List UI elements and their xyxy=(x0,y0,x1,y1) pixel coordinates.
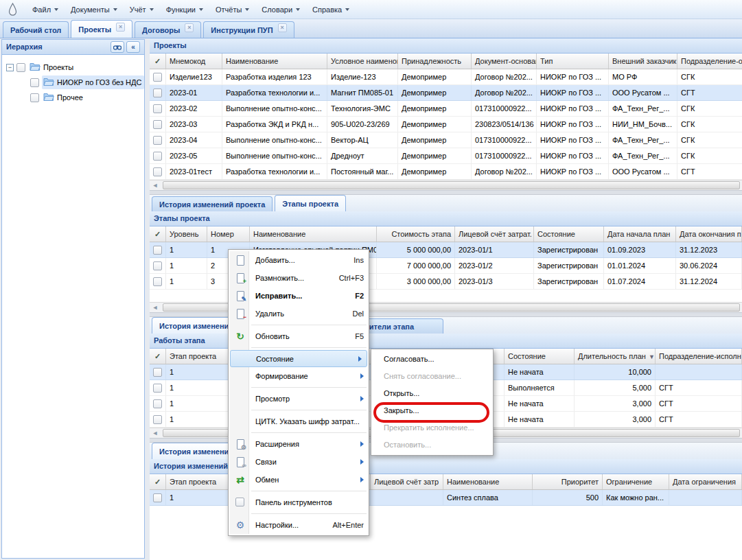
row-checkbox[interactable] xyxy=(153,167,162,176)
menu-item-ЦИТК. Указать шифр затрат...[interactable]: ЦИТК. Указать шифр затрат... xyxy=(229,412,369,430)
submenu-item-Открыть...[interactable]: Открыть... xyxy=(371,385,493,402)
row-checkbox[interactable] xyxy=(153,277,162,286)
tree-expander-icon[interactable]: − xyxy=(6,64,14,71)
table-row[interactable]: 2023-01тестРазработка технологии и...Пос… xyxy=(150,164,742,180)
vertical-splitter[interactable] xyxy=(145,39,150,560)
column-header-Этап проекта[interactable]: Этап проекта xyxy=(166,474,229,489)
tab-Этапы проекта[interactable]: Этапы проекта xyxy=(275,195,346,211)
column-header-Лицевой счёт затр[interactable]: Лицевой счёт затр xyxy=(371,474,443,489)
column-header-Этап проекта[interactable]: Этап проекта xyxy=(166,349,229,364)
tree-node-Проекты[interactable]: −Проекты xyxy=(3,60,143,75)
tab-close-icon[interactable]: × xyxy=(278,23,287,32)
row-checkbox[interactable] xyxy=(153,120,162,129)
tree-checkbox[interactable] xyxy=(30,93,39,102)
row-checkbox[interactable] xyxy=(153,368,162,377)
menu-item-Добавить...[interactable]: Добавить...Ins xyxy=(229,251,369,269)
menu-item-Расширения[interactable]: ⚙Расширения xyxy=(229,435,369,453)
submenu-item-Закрыть...[interactable]: Закрыть... xyxy=(371,402,493,419)
submenu-item-Согласовать...[interactable]: Согласовать... xyxy=(371,351,493,368)
column-header-✓[interactable]: ✓ xyxy=(150,226,166,242)
row-checkbox[interactable] xyxy=(153,136,162,145)
tree-node-Прочее[interactable]: Прочее xyxy=(3,90,143,105)
column-header-Приоритет[interactable]: Приоритет xyxy=(533,474,603,489)
column-header-Документ-основан[interactable]: Документ-основан xyxy=(472,54,537,69)
scroll-left-icon[interactable]: ◄ xyxy=(150,428,161,438)
table-row[interactable]: 2023-05Выполнение опытно-конс...Дредноут… xyxy=(150,148,742,164)
menu-item-Формирование[interactable]: Формирование xyxy=(229,367,369,385)
column-header-Состояние[interactable]: Состояние xyxy=(505,349,575,364)
row-checkbox[interactable] xyxy=(153,415,162,424)
row-checkbox[interactable] xyxy=(153,89,162,97)
tab-Договоры[interactable]: Договоры× xyxy=(135,21,201,38)
column-header-Подразделение-от[interactable]: Подразделение-от xyxy=(677,54,742,69)
column-header-Дата окончания п[interactable]: Дата окончания п xyxy=(676,226,742,242)
menu-item-Исправить...[interactable]: ✎Исправить...F2 xyxy=(229,287,369,305)
menu-item-Панель инструментов[interactable]: Панель инструментов xyxy=(229,493,369,511)
collapse-panel-icon[interactable]: « xyxy=(126,41,140,53)
column-header-Подразделение-исполн[interactable]: Подразделение-исполн xyxy=(656,349,742,364)
scroll-thumb[interactable] xyxy=(163,181,740,189)
menu-item-Удалить[interactable]: −УдалитьDel xyxy=(229,305,369,323)
row-checkbox[interactable] xyxy=(153,493,162,502)
column-header-Наименование[interactable]: Наименование xyxy=(222,54,327,69)
tab-Проекты[interactable]: Проекты× xyxy=(71,20,132,38)
column-header-✓[interactable]: ✓ xyxy=(150,54,166,69)
column-header-Ограничение[interactable]: Ограничение xyxy=(603,474,669,489)
menu-item-Обновить[interactable]: ↻ОбновитьF5 xyxy=(229,327,369,345)
table-row[interactable]: Изделие123Разработка изделия 123Изделие-… xyxy=(150,69,742,85)
scroll-left-icon[interactable]: ◄ xyxy=(150,180,161,190)
menubar-item-Отчёты[interactable]: Отчёты xyxy=(209,3,255,16)
menubar-item-Файл[interactable]: Файл xyxy=(26,3,65,16)
menu-item-Обмен[interactable]: ⇄Обмен xyxy=(229,471,369,489)
row-checkbox[interactable] xyxy=(153,152,162,161)
row-checkbox[interactable] xyxy=(153,73,162,82)
menu-item-Размножить...[interactable]: +Размножить...Ctrl+F3 xyxy=(229,269,369,287)
projects-hscrollbar[interactable]: ◄ xyxy=(150,180,742,190)
column-header-Уровень[interactable]: Уровень xyxy=(166,226,207,242)
menubar-item-Учёт[interactable]: Учёт xyxy=(124,3,160,16)
table-row[interactable]: 2023-02Выполнение опытно-конс...Технолог… xyxy=(150,101,742,117)
horizontal-splitter[interactable] xyxy=(150,190,742,195)
column-header-Номер[interactable]: Номер xyxy=(207,226,250,242)
column-header-Состояние[interactable]: Состояние xyxy=(534,226,604,242)
menu-item-Настройки...[interactable]: ⚙Настройки...Alt+Enter xyxy=(229,516,369,534)
tree-checkbox[interactable] xyxy=(16,63,25,72)
column-header-Тип[interactable]: Тип xyxy=(537,54,609,69)
column-header-✓[interactable]: ✓ xyxy=(150,474,166,489)
column-header-Внешний заказчик[interactable]: Внешний заказчик xyxy=(609,54,677,69)
menu-item-Просмотр[interactable]: Просмотр xyxy=(229,390,369,408)
menubar-item-Справка[interactable]: Справка xyxy=(306,3,356,16)
tree-node-НИОКР по ГОЗ без НДС[interactable]: НИОКР по ГОЗ без НДС xyxy=(3,75,143,90)
menubar-item-Документы[interactable]: Документы xyxy=(65,3,124,16)
tab-Рабочий стол[interactable]: Рабочий стол xyxy=(3,21,69,38)
column-header-Длительность план[interactable]: Длительность план▼ xyxy=(575,349,656,364)
tab-close-icon[interactable]: × xyxy=(116,23,125,32)
column-header-Наименование[interactable]: Наименование xyxy=(250,226,377,242)
row-checkbox[interactable] xyxy=(153,246,162,255)
tab-Инструкции ПУП[interactable]: Инструкции ПУП× xyxy=(203,21,294,38)
column-header-✓[interactable]: ✓ xyxy=(150,349,166,364)
menu-item-Состояние[interactable]: Состояние xyxy=(230,350,367,367)
row-checkbox[interactable] xyxy=(153,384,162,393)
tab-close-icon[interactable]: × xyxy=(185,23,194,32)
menubar-item-Словари[interactable]: Словари xyxy=(255,3,306,16)
row-checkbox[interactable] xyxy=(153,399,162,408)
column-header-Дата начала план[interactable]: Дата начала план xyxy=(604,226,676,242)
column-header-Лицевой счёт затрат.[interactable]: Лицевой счёт затрат. xyxy=(455,226,534,242)
column-header-Стоимость этапа[interactable]: Стоимость этапа xyxy=(377,226,455,242)
table-row[interactable]: 2023-01Разработка технологии и...Магнит … xyxy=(150,85,742,101)
tree-checkbox[interactable] xyxy=(30,78,39,87)
table-row[interactable]: 2023-04Выполнение опытно-конс...Вектор-А… xyxy=(150,132,742,148)
column-header-Дата ограничения[interactable]: Дата ограничения xyxy=(669,474,742,489)
column-header-Принадлежность[interactable]: Принадлежность xyxy=(398,54,472,69)
column-header-Условное наименова[interactable]: Условное наименова xyxy=(327,54,398,69)
row-checkbox[interactable] xyxy=(153,261,162,270)
binoculars-search-icon[interactable] xyxy=(111,41,124,53)
scroll-left-icon[interactable]: ◄ xyxy=(150,303,161,312)
column-header-Наименование[interactable]: Наименование xyxy=(443,474,533,489)
menu-item-Связи[interactable]: ∞Связи xyxy=(229,453,369,471)
row-checkbox[interactable] xyxy=(153,104,162,113)
menubar-item-Функции[interactable]: Функции xyxy=(160,3,209,16)
tab-История изменений проекта[interactable]: История изменений проекта xyxy=(152,196,273,211)
table-row[interactable]: 2023-03Разработка ЭКД и РКД н...905-U020… xyxy=(150,117,742,132)
